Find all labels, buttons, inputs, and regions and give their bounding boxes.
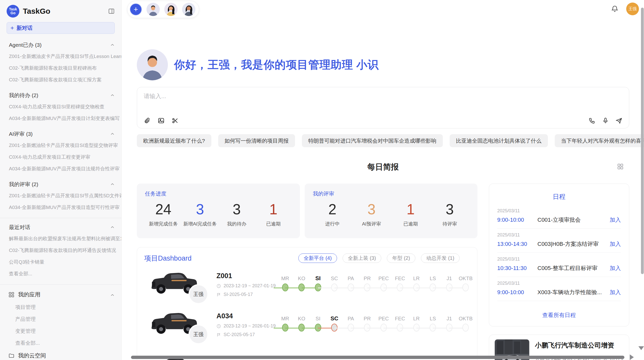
app-menu-item[interactable]: 产品管理 — [0, 313, 121, 325]
dashboard-header: 项目Dashboard 全新平台 (4)全新上装 (3)年型 (2)动总开发 (… — [144, 253, 470, 263]
milestone: KO — [294, 275, 310, 297]
my-apps-header[interactable]: 我的应用 — [0, 288, 121, 301]
sidebar-item[interactable]: A034-全新新能源MUV产品开发项目造型可行性评审 — [0, 202, 121, 213]
dashboard-tab[interactable]: 年型 (2) — [387, 253, 415, 263]
suggestion-chip[interactable]: 当下年轻人对汽车外观有怎样的喜好趋势 — [555, 134, 644, 147]
sidebar-toggle-icon[interactable] — [108, 8, 115, 14]
agent-avatar-1[interactable] — [147, 3, 160, 16]
scroll-right-arrow-icon[interactable] — [630, 354, 634, 360]
event-join-link[interactable]: 加入 — [610, 240, 621, 248]
milestone: OKTB — [458, 275, 474, 297]
new-chat-label: 新对话 — [17, 24, 33, 32]
grid-icon[interactable] — [617, 163, 624, 170]
greeting-text: 你好，王强，我是你的项目管理助理 小识 — [174, 57, 379, 72]
project-flag: SI-2025-05-17 — [216, 292, 276, 297]
suggestion-chip[interactable]: 比亚迪全固态电池计划具体说了什么 — [450, 134, 548, 147]
recent-chats-header[interactable]: 最近对话 — [0, 222, 121, 233]
agent-avatar-2[interactable] — [164, 3, 178, 16]
user-avatar[interactable]: 王强 — [626, 3, 639, 15]
sidebar-group-header[interactable]: 我的评审 (2) — [0, 179, 121, 190]
paperclip-icon[interactable] — [144, 117, 151, 124]
milestone-label: LR — [408, 315, 425, 322]
scroll-down-arrow-icon[interactable] — [638, 346, 644, 350]
project-flag-text: SC-2025-05-17 — [224, 332, 255, 337]
suggestion-chip[interactable]: 特朗普可能对进口汽车增税会对中国车企造成哪些影响 — [302, 134, 443, 147]
sidebar-group-header[interactable]: AI评审 (3) — [0, 128, 121, 140]
sidebar-item[interactable]: Z001-全新燃油轻卡产品开发项目SI造型提交物评审 — [0, 140, 121, 151]
milestone: KO — [294, 315, 310, 338]
event-time: 13:00-14:30 — [497, 241, 537, 247]
scissors-icon[interactable] — [172, 117, 179, 124]
chat-input[interactable] — [144, 92, 622, 117]
recent-chat-item[interactable]: 公司Q3轻卡销量 — [0, 256, 121, 268]
app-menu-item[interactable]: 变更管理 — [0, 325, 121, 337]
vertical-scrollbar[interactable] — [641, 8, 644, 274]
schedule-list: 2025/03/119:00-10:00C001-立项审批会加入2025/03/… — [497, 204, 621, 307]
sidebar-item[interactable]: Z001-全新燃油轻卡产品开发项目SI节点属性5D文件评审 — [0, 190, 121, 202]
bell-icon[interactable] — [611, 5, 619, 13]
send-icon[interactable] — [616, 117, 622, 124]
sidebar-link[interactable]: 我的云空间 — [0, 349, 121, 360]
dashboard-title: 项目Dashboard — [144, 254, 192, 263]
sidebar-item[interactable]: A034-全新新能源MUV产品开发项目法规符合性评审 — [0, 163, 121, 175]
new-chat-button[interactable]: + 新对话 — [7, 22, 115, 34]
schedule-event: 2025/03/1110:30-11:30C005-整车工程目标评审加入 — [497, 253, 621, 277]
suggestion-chip[interactable]: 欧洲新规最近颁布了什么? — [137, 134, 211, 147]
sidebar-item[interactable]: C02-飞腾新能源轻客改款项目立项汇报方案 — [0, 74, 121, 86]
sidebar-item[interactable]: C0X4-动力总成开发项目SI里程碑提交物检查 — [0, 101, 121, 113]
stats-row: 任务进度24新增完成任务3新增AI完成任务3我的待办1已逾期我的评审2进行中3A… — [137, 184, 477, 238]
app-window: Task Go TaskGo + 新对话 Agent已办 (3)Z001-全新燃… — [0, 0, 644, 360]
event-join-link[interactable]: 加入 — [610, 264, 621, 272]
event-date: 2025/03/11 — [497, 257, 621, 262]
main-area: + 王强 你好，王强，我是你的项目管理助理 小识 — [122, 0, 644, 360]
suggestion-chips: 欧洲新规最近颁布了什么?如何写一份清晰的项目周报特朗普可能对进口汽车增税会对中国… — [137, 134, 629, 147]
right-column: 日程 2025/03/119:00-10:00C001-立项审批会加入2025/… — [489, 184, 629, 360]
event-title: C001-立项审批会 — [537, 216, 610, 224]
add-agent-button[interactable]: + — [130, 3, 142, 16]
suggestion-chip[interactable]: 如何写一份清晰的项目周报 — [218, 134, 295, 147]
agent-switcher: + — [127, 1, 199, 18]
stat-value: 1 — [391, 201, 430, 218]
view-all-schedule-link[interactable]: 查看所有日程 — [497, 307, 621, 320]
dashboard-tab[interactable]: 全新平台 (4) — [298, 253, 337, 263]
stat-card-title: 任务进度 — [145, 190, 292, 197]
composer-toolbar — [144, 117, 622, 124]
sidebar-item[interactable]: C0X4-动力总成开发项目工程变更评审 — [0, 151, 121, 163]
agent-avatar-3[interactable] — [182, 3, 195, 16]
sidebar-item[interactable]: A034-全新新能源MUV产品开发项目计划变更表编写 — [0, 113, 121, 124]
recent-chat-item[interactable]: 解释最新出台的欧盟报废车法规再生塑料比例被调至15%... — [0, 233, 121, 245]
image-icon[interactable] — [158, 117, 165, 124]
clock-icon — [216, 284, 221, 288]
event-join-link[interactable]: 加入 — [610, 216, 621, 224]
stat-value: 3 — [352, 201, 391, 218]
app-menu-item[interactable]: 项目管理 — [0, 301, 121, 313]
milestone-label: PEC — [375, 275, 392, 282]
stat-label: 新增完成任务 — [145, 221, 182, 227]
horizontal-scrollbar[interactable] — [131, 356, 624, 359]
milestone: MR — [277, 275, 294, 297]
recent-chat-item[interactable]: 查看全部... — [0, 268, 121, 280]
milestone-label: MR — [277, 275, 294, 282]
dashboard-tab[interactable]: 动总开发 (1) — [421, 253, 460, 263]
sidebar-group-header[interactable]: 我的待办 (2) — [0, 90, 121, 101]
milestone: J1 — [441, 275, 458, 297]
sidebar-group-header[interactable]: Agent已办 (3) — [0, 39, 121, 51]
stat-value: 3 — [430, 201, 469, 218]
event-join-link[interactable]: 加入 — [610, 289, 621, 296]
milestone: LS — [425, 315, 441, 338]
stat-label: 新增AI完成任务 — [182, 221, 218, 227]
dashboard-tab[interactable]: 全新上装 (3) — [343, 253, 381, 263]
schedule-event: 2025/03/1113:00-14:30C003|H0B-方案冻结评审加入 — [497, 229, 621, 253]
project-flag-text: SI-2025-05-17 — [224, 292, 253, 297]
sidebar-item[interactable]: C02-飞腾新能源轻客改款项目里程碑画布 — [0, 62, 121, 74]
app-menu-item[interactable]: 查看全部... — [0, 337, 121, 349]
composer-left-icons — [144, 117, 179, 124]
sidebar-group-title: 我的评审 (2) — [9, 181, 110, 188]
sidebar-item[interactable]: Z001-全新燃油皮卡产品开发项目SI节点Lesson Learn报告 — [0, 51, 121, 62]
recent-chat-item[interactable]: C02-飞腾新能源轻客改款项目的闭环通告反馈情况 — [0, 245, 121, 256]
stat-item: 24新增完成任务 — [145, 201, 182, 227]
microphone-icon[interactable] — [602, 117, 609, 124]
sidebar-group: Agent已办 (3)Z001-全新燃油皮卡产品开发项目SI节点Lesson L… — [0, 38, 121, 88]
event-row: 9:00-10:00C001-立项审批会加入 — [497, 216, 621, 224]
phone-icon[interactable] — [589, 117, 595, 124]
